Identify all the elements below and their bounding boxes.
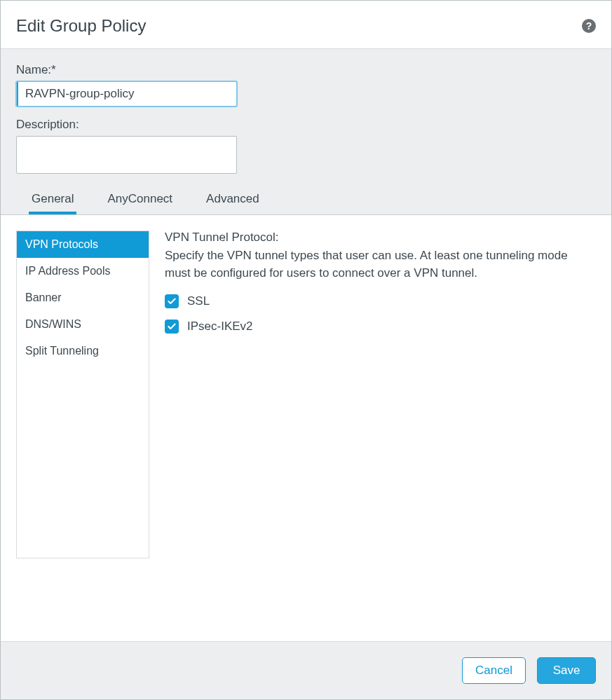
name-label: Name:* xyxy=(16,63,596,77)
tab-bar: General AnyConnect Advanced xyxy=(16,188,596,214)
content-panel: VPN Tunnel Protocol: Specify the VPN tun… xyxy=(165,231,596,641)
dialog-title: Edit Group Policy xyxy=(16,16,146,36)
ipsec-label: IPsec-IKEv2 xyxy=(187,320,253,334)
tab-anyconnect[interactable]: AnyConnect xyxy=(104,188,175,214)
form-top-area: Name:* Description: General AnyConnect A… xyxy=(1,48,611,215)
description-label: Description: xyxy=(16,118,596,132)
name-input[interactable] xyxy=(16,81,237,107)
side-item-banner[interactable]: Banner xyxy=(17,284,149,311)
tab-advanced[interactable]: Advanced xyxy=(203,188,262,214)
cancel-button[interactable]: Cancel xyxy=(462,657,526,684)
description-input[interactable] xyxy=(16,136,237,174)
dialog-header: Edit Group Policy ? xyxy=(1,1,611,48)
side-item-dns-wins[interactable]: DNS/WINS xyxy=(17,311,149,338)
ssl-label: SSL xyxy=(187,294,210,308)
edit-group-policy-dialog: Edit Group Policy ? Name:* Description: … xyxy=(0,0,612,700)
side-item-vpn-protocols[interactable]: VPN Protocols xyxy=(17,231,149,258)
ipsec-checkbox[interactable] xyxy=(165,320,179,334)
side-item-split-tunneling[interactable]: Split Tunneling xyxy=(17,338,149,364)
check-icon xyxy=(167,322,177,331)
side-item-ip-address-pools[interactable]: IP Address Pools xyxy=(17,258,149,284)
content-heading: VPN Tunnel Protocol: xyxy=(165,231,596,245)
checkbox-row-ssl: SSL xyxy=(165,294,596,308)
ssl-checkbox[interactable] xyxy=(165,294,179,308)
check-icon xyxy=(167,296,177,306)
tab-general[interactable]: General xyxy=(29,188,76,214)
body-area: VPN Protocols IP Address Pools Banner DN… xyxy=(1,215,611,641)
checkbox-row-ipsec: IPsec-IKEv2 xyxy=(165,320,596,334)
content-description: Specify the VPN tunnel types that user c… xyxy=(165,247,596,282)
side-nav: VPN Protocols IP Address Pools Banner DN… xyxy=(16,231,149,558)
dialog-footer: Cancel Save xyxy=(1,641,611,699)
save-button[interactable]: Save xyxy=(537,657,596,684)
description-field-block: Description: xyxy=(16,118,596,177)
name-field-block: Name:* xyxy=(16,63,596,107)
help-icon[interactable]: ? xyxy=(582,19,596,33)
